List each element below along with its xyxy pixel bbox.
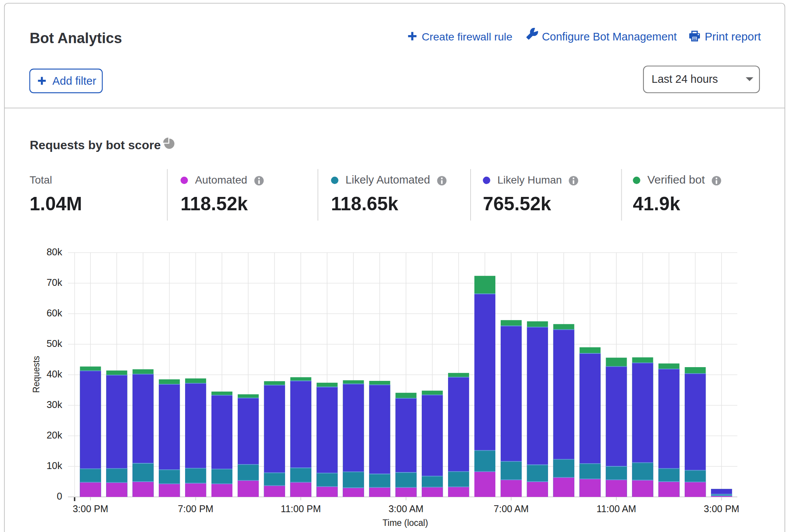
svg-text:Automated: Automated <box>195 174 247 186</box>
svg-text:11:00 PM: 11:00 PM <box>281 503 321 514</box>
svg-text:Likely Automated: Likely Automated <box>345 174 430 186</box>
svg-text:20k: 20k <box>47 430 62 440</box>
svg-text:Last 24 hours: Last 24 hours <box>651 73 718 85</box>
svg-text:Bot Analytics: Bot Analytics <box>30 30 122 46</box>
svg-text:Requests by bot score: Requests by bot score <box>30 138 161 152</box>
svg-text:3:00 AM: 3:00 AM <box>389 503 424 514</box>
svg-text:Add filter: Add filter <box>52 75 96 87</box>
svg-text:50k: 50k <box>47 338 62 349</box>
svg-text:118.65k: 118.65k <box>331 193 398 214</box>
svg-text:Configure Bot Management: Configure Bot Management <box>542 31 677 43</box>
svg-text:30k: 30k <box>47 399 62 410</box>
svg-text:40k: 40k <box>47 369 62 379</box>
svg-text:3:00 PM: 3:00 PM <box>704 503 739 514</box>
svg-text:41.9k: 41.9k <box>633 193 680 214</box>
svg-text:7:00 AM: 7:00 AM <box>494 503 529 514</box>
svg-text:60k: 60k <box>47 308 62 318</box>
svg-text:Time (local): Time (local) <box>382 518 428 528</box>
svg-text:Print report: Print report <box>705 30 761 43</box>
svg-text:1.04M: 1.04M <box>30 193 82 214</box>
svg-text:765.52k: 765.52k <box>483 193 551 214</box>
svg-text:118.52k: 118.52k <box>181 193 248 214</box>
svg-text:70k: 70k <box>47 277 62 288</box>
svg-text:3:00 PM: 3:00 PM <box>73 503 108 514</box>
svg-text:7:00 PM: 7:00 PM <box>178 503 213 514</box>
svg-text:Total: Total <box>30 174 52 186</box>
svg-text:Likely Human: Likely Human <box>497 174 562 186</box>
svg-text:10k: 10k <box>47 460 62 471</box>
svg-text:Requests: Requests <box>31 356 41 393</box>
svg-text:80k: 80k <box>47 247 62 257</box>
svg-text:0: 0 <box>57 491 62 501</box>
svg-text:Create firewall rule: Create firewall rule <box>422 31 513 43</box>
svg-text:11:00 AM: 11:00 AM <box>597 503 636 514</box>
svg-text:Verified bot: Verified bot <box>647 173 705 186</box>
